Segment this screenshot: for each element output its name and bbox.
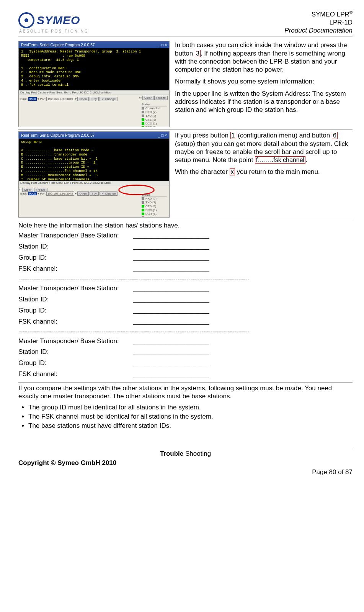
bullet-2: The FSK channel must be identical for al… [28, 413, 353, 421]
compare-paragraph: If you compare the settings with the oth… [18, 382, 353, 401]
logo-icon [18, 12, 34, 28]
key-3: 3 [195, 50, 201, 57]
section-row-1: RealTerm: Serial Capture Program 2.0.0.5… [18, 39, 353, 130]
page-header: SYMEO ABSOLUTE POSITIONING SYMEO LPR® LP… [18, 10, 353, 36]
ss1-winbtns: _ □ × [158, 43, 167, 47]
key-6: 6 [332, 132, 338, 139]
ss1-freeze-btn[interactable]: Freeze [154, 96, 168, 100]
header-right: SYMEO LPR® LPR-1D Product Documentation [284, 10, 353, 34]
ss2-panel: \n Clear Freeze Baud 9600 ▾ Port 192.168… [19, 185, 169, 218]
bullet-list: The group ID must be identical for all s… [18, 404, 353, 430]
ss1-port[interactable]: 192.168.1.99:3045 [46, 97, 74, 101]
separator-1: ----------------------------------------… [18, 275, 353, 282]
form-block-2: Master Transponder/ Base Station:_______… [18, 283, 353, 327]
separator-2: ----------------------------------------… [18, 328, 353, 335]
footer-copyright: Copyright © Symeo GmbH 2010 [18, 459, 116, 467]
notes-intro: Note here the information the station ha… [18, 220, 353, 229]
ss2-tabs: Display Port Capture Pins Send Echo Port… [19, 181, 169, 185]
ss1-status: Status Connected RXD (2) TXD (3) CTS (8)… [142, 103, 167, 127]
desc-2: If you press button 1 (configuration men… [175, 131, 353, 218]
ss2-change[interactable]: ✔ Change [100, 191, 118, 196]
screenshot-2: RealTerm: Serial Capture Program 2.0.0.5… [18, 131, 170, 218]
ss1-tabs: Display Port Capture Pins Send Echo Port… [19, 90, 169, 95]
ss1-terminal: 1 SystemAddress: Master Transponder, gro… [19, 48, 169, 90]
ss2-port[interactable]: 192.168.1.99:3045 [46, 191, 74, 196]
label-master: Master Transponder/ Base Station: [18, 230, 133, 241]
ss2-title: RealTerm: Serial Capture Program 2.0.0.5… [21, 133, 95, 137]
screenshot-1: RealTerm: Serial Capture Program 2.0.0.5… [18, 41, 170, 127]
form-block-3: Master Transponder/ Base Station:_______… [18, 336, 353, 380]
bullet-1: The group ID must be identical for all s… [28, 404, 353, 411]
ss1-clear-btn[interactable]: Clear [142, 96, 153, 100]
desc-1: In both cases you can click inside the w… [175, 41, 353, 127]
label-station: Station ID: [18, 241, 133, 252]
hdr-line2: LPR-1D [284, 18, 353, 26]
ss2-clear-btn[interactable]: Clear [22, 188, 33, 192]
key-fsk: f……..fsk channel [255, 156, 305, 164]
label-fsk: FSK channel: [18, 263, 133, 275]
key-x: x [230, 168, 235, 175]
hdr-line3: Product Documentation [284, 26, 353, 34]
hdr-line1: SYMEO LPR [312, 11, 349, 18]
blank: _____________________ [133, 230, 209, 241]
section-row-2: RealTerm: Serial Capture Program 2.0.0.5… [18, 130, 353, 220]
logo-subtitle: ABSOLUTE POSITIONING [19, 29, 89, 33]
ss1-open[interactable]: Open [77, 97, 89, 101]
label-group: Group ID: [18, 252, 133, 263]
footer: Trouble Shooting Copyright © Symeo GmbH … [18, 449, 353, 476]
ss2-freeze-btn[interactable]: Freeze [34, 188, 47, 192]
ss1-panel: \n Clear Freeze Baud 9600 ▾ Port 192.168… [19, 95, 169, 127]
ss2-status: Status RXD (2) TXD (3) CTS (8) DCD (1) D… [142, 193, 167, 218]
form-block-1: Master Transponder/ Base Station:_______… [18, 230, 353, 275]
logo-text: SYMEO [37, 14, 80, 27]
logo: SYMEO ABSOLUTE POSITIONING [18, 12, 89, 33]
ss2-terminal: setup menu A ............. base station … [19, 139, 169, 181]
bullet-3: The base stations must have different st… [28, 422, 353, 430]
key-1: 1 [230, 132, 236, 139]
footer-section-bold: Trouble [160, 450, 185, 457]
footer-page: Page 80 of 87 [312, 468, 353, 476]
ss2-open[interactable]: Open [77, 191, 89, 196]
ss1-title: RealTerm: Serial Capture Program 2.0.0.5… [21, 43, 95, 47]
hdr-reg: ® [349, 10, 353, 15]
ss1-change[interactable]: ✔ Change [100, 97, 118, 101]
footer-section: Shooting [185, 450, 211, 457]
